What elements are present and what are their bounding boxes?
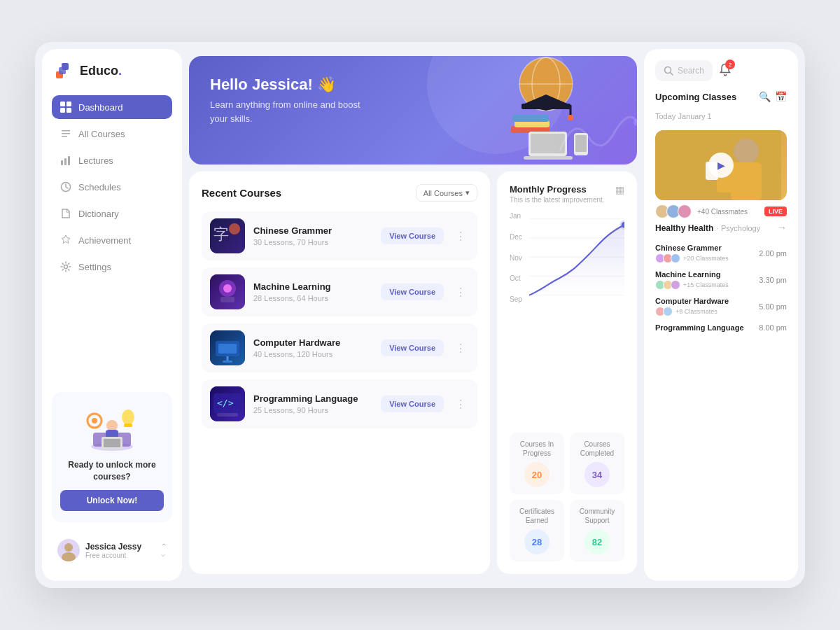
class-info: Chinese Grammer +20 Classmates [655,244,753,263]
upcoming-title: Upcoming Classes [655,92,736,102]
avatar [57,539,80,561]
more-options-icon[interactable]: ⋮ [452,230,469,243]
sidebar-item-all-courses[interactable]: All Courses [52,122,172,146]
sidebar-item-dashboard[interactable]: Dashboard [52,95,172,119]
progress-header: Monthly Progress This is the latest impr… [510,184,624,204]
unlock-now-button[interactable]: Unlock Now! [60,490,164,511]
stat-card-certificates: Certificates Earned 28 [510,500,564,561]
svg-rect-21 [104,439,120,447]
right-panel: Search 2 Upcoming Classes 🔍 📅 Today Janu… [644,49,798,581]
more-options-icon[interactable]: ⋮ [452,342,469,355]
course-meta: 25 Lessons, 90 Hours [253,406,372,414]
svg-rect-8 [64,158,66,165]
course-info: Machine Learning 28 Lessons, 64 Hours [253,281,372,302]
progress-subtitle: This is the latest improvement. [510,196,605,204]
svg-rect-15 [124,424,132,427]
svg-line-65 [671,73,673,76]
svg-rect-3 [60,102,65,106]
svg-point-67 [734,139,759,164]
progress-panel: Monthly Progress This is the latest impr… [497,172,637,574]
user-name: Jessica Jessy [85,542,155,552]
stats-grid: Courses In Progress 20 Courses Completed… [510,433,624,561]
stat-value: 82 [584,529,610,554]
nav-list: Dashboard All Courses Lectures Schedules… [52,95,172,392]
live-course-category: Psychology [721,224,760,232]
upcoming-class-list: Chinese Grammer +20 Classmates 2.00 pm M… [655,244,787,332]
progress-title: Monthly Progress [510,184,605,195]
sidebar-item-schedules[interactable]: Schedules [52,175,172,199]
upcoming-class-item-2: Computer Hardware +8 Classmates 5.00 pm [655,297,787,316]
sidebar-item-settings[interactable]: Settings [52,255,172,279]
svg-rect-7 [61,160,63,165]
arrow-right-icon[interactable]: → [777,222,787,233]
chart-labels: Jan Dec Nov Oct Sep [510,212,522,303]
course-item-programming: </> Programming Language 25 Lessons, 90 … [202,379,477,428]
stat-label: Community Support [577,507,617,525]
stat-card-courses-progress: Courses In Progress 20 [510,433,564,494]
more-options-icon[interactable]: ⋮ [452,286,469,299]
svg-rect-9 [68,156,70,165]
course-item-chinese-grammar: 字 Chinese Grammer 30 Lessons, 70 Hours V… [202,211,477,260]
sidebar: Educo. Dashboard All Courses Lectures Sc… [42,49,182,581]
search-placeholder-text: Search [678,66,704,76]
live-video-thumbnail[interactable]: ▶ [655,130,787,200]
stat-label: Courses Completed [577,440,617,458]
logo-text: Educo. [80,64,122,78]
course-thumb-programming: </> [210,386,245,421]
logo: Educo. [52,63,172,78]
view-course-button-hardware[interactable]: View Course [381,340,444,356]
user-profile[interactable]: Jessica Jessy Free account ⌃⌵ [52,533,172,567]
live-course-name: Healthy Health [655,223,713,233]
class-info: Machine Learning +15 Classmates [655,270,753,290]
live-classmates-count: +40 Classmates [697,208,748,216]
course-name: Chinese Grammer [253,225,372,236]
calendar-icon[interactable]: ▦ [615,184,624,195]
sidebar-item-dictionary[interactable]: Dictionary [52,202,172,225]
class-info: Programming Language [655,323,753,332]
main-content: Hello Jessica! 👋 Learn anything from onl… [189,49,644,581]
view-course-button-ml[interactable]: View Course [381,284,444,300]
svg-point-14 [122,410,134,425]
view-course-button-programming[interactable]: View Course [381,396,444,412]
filter-dropdown[interactable]: All Courses ▾ [416,184,477,202]
svg-text:</>: </> [217,398,234,408]
upcoming-icons: 🔍 📅 [759,91,787,102]
svg-rect-56 [217,413,238,416]
play-button[interactable]: ▶ [708,153,734,178]
calendar-upcoming-icon[interactable]: 📅 [775,91,787,102]
notification-bell[interactable]: 2 [718,62,732,79]
live-video-card: ▶ +40 Classmates LIVE Healthy Health [655,130,787,234]
search-upcoming-icon[interactable]: 🔍 [759,91,771,102]
promo-title: Ready to unlock more courses? [60,459,164,483]
upcoming-class-item-3: Programming Language 8.00 pm [655,323,787,332]
course-item-computer-hardware: Computer Hardware 40 Lessons, 120 Hours … [202,323,477,372]
svg-point-18 [106,420,118,431]
search-icon [664,66,673,76]
promo-illustration [80,403,144,452]
svg-point-11 [64,265,68,269]
chevron-icon: ⌃⌵ [161,542,167,558]
course-info: Computer Hardware 40 Lessons, 120 Hours [253,337,372,358]
stat-label: Certificates Earned [517,507,557,525]
svg-point-23 [62,552,76,561]
live-badge: LIVE [764,206,787,216]
stat-value: 20 [524,462,550,487]
svg-rect-50 [218,344,237,354]
search-bar[interactable]: Search [655,60,713,81]
stat-value: 34 [584,462,610,487]
courses-section-title: Recent Courses [202,187,281,199]
sidebar-item-lectures[interactable]: Lectures [52,148,172,172]
user-info: Jessica Jessy Free account [85,542,155,559]
svg-rect-68 [731,162,762,200]
app-container: Educo. Dashboard All Courses Lectures Sc… [35,42,805,588]
stat-card-courses-completed: Courses Completed 34 [570,433,624,494]
stat-card-community-support: Community Support 82 [570,500,624,561]
view-course-button-chinese[interactable]: View Course [381,227,444,244]
stat-label: Courses In Progress [517,440,557,458]
courses-panel: Recent Courses All Courses ▾ 字 [189,172,490,574]
svg-point-13 [92,418,97,424]
svg-point-46 [223,284,232,293]
hero-banner: Hello Jessica! 👋 Learn anything from onl… [189,56,637,164]
sidebar-item-achievement[interactable]: Achievement [52,228,172,252]
more-options-icon[interactable]: ⋮ [452,398,469,411]
